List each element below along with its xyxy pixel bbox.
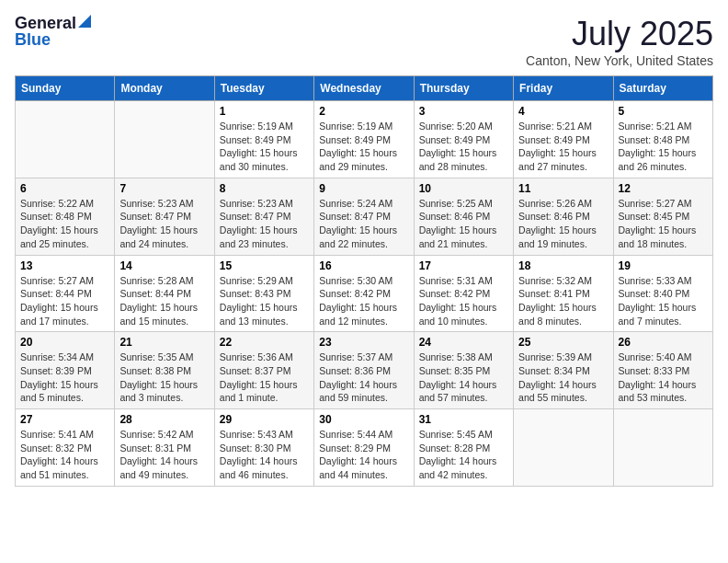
day-info: Sunrise: 5:24 AM Sunset: 8:47 PM Dayligh…	[319, 197, 408, 251]
day-info: Sunrise: 5:40 AM Sunset: 8:33 PM Dayligh…	[619, 350, 708, 405]
day-number: 2	[319, 105, 408, 118]
calendar-cell: 18Sunrise: 5:32 AM Sunset: 8:41 PM Dayli…	[514, 255, 613, 332]
calendar-cell	[115, 101, 214, 178]
day-number: 1	[220, 105, 309, 118]
day-number: 31	[419, 413, 508, 426]
calendar-week-row: 6Sunrise: 5:22 AM Sunset: 8:48 PM Daylig…	[16, 178, 713, 255]
day-number: 8	[220, 182, 309, 195]
calendar-cell: 5Sunrise: 5:21 AM Sunset: 8:48 PM Daylig…	[613, 101, 712, 178]
calendar-week-row: 1Sunrise: 5:19 AM Sunset: 8:49 PM Daylig…	[16, 101, 713, 178]
day-number: 6	[20, 182, 109, 195]
calendar-cell: 29Sunrise: 5:43 AM Sunset: 8:30 PM Dayli…	[214, 409, 313, 487]
calendar-header-tuesday: Tuesday	[214, 76, 313, 101]
calendar-cell: 11Sunrise: 5:26 AM Sunset: 8:46 PM Dayli…	[514, 178, 613, 255]
day-number: 18	[518, 259, 608, 272]
day-number: 24	[419, 336, 508, 349]
calendar-header-thursday: Thursday	[414, 76, 513, 101]
day-info: Sunrise: 5:44 AM Sunset: 8:29 PM Dayligh…	[319, 428, 408, 482]
day-info: Sunrise: 5:27 AM Sunset: 8:45 PM Dayligh…	[619, 197, 708, 251]
day-number: 27	[20, 413, 109, 426]
calendar-cell: 14Sunrise: 5:28 AM Sunset: 8:44 PM Dayli…	[115, 255, 214, 332]
day-info: Sunrise: 5:41 AM Sunset: 8:32 PM Dayligh…	[20, 428, 109, 482]
day-info: Sunrise: 5:19 AM Sunset: 8:49 PM Dayligh…	[220, 120, 309, 174]
logo: General Blue	[15, 15, 91, 48]
day-number: 10	[419, 182, 508, 195]
calendar-week-row: 13Sunrise: 5:27 AM Sunset: 8:44 PM Dayli…	[16, 255, 713, 332]
calendar-cell: 12Sunrise: 5:27 AM Sunset: 8:45 PM Dayli…	[613, 178, 712, 255]
day-info: Sunrise: 5:26 AM Sunset: 8:46 PM Dayligh…	[518, 197, 608, 251]
day-number: 12	[619, 182, 708, 195]
calendar-week-row: 27Sunrise: 5:41 AM Sunset: 8:32 PM Dayli…	[16, 409, 713, 487]
calendar-header-wednesday: Wednesday	[314, 76, 414, 101]
day-info: Sunrise: 5:42 AM Sunset: 8:31 PM Dayligh…	[119, 428, 209, 482]
calendar-header-row: SundayMondayTuesdayWednesdayThursdayFrid…	[16, 76, 713, 101]
day-number: 26	[619, 336, 708, 349]
calendar-cell: 4Sunrise: 5:21 AM Sunset: 8:49 PM Daylig…	[514, 101, 613, 178]
calendar-cell: 2Sunrise: 5:19 AM Sunset: 8:49 PM Daylig…	[314, 101, 414, 178]
day-number: 30	[319, 413, 408, 426]
location-subtitle: Canton, New York, United States	[526, 53, 713, 68]
day-info: Sunrise: 5:45 AM Sunset: 8:28 PM Dayligh…	[419, 428, 508, 482]
day-info: Sunrise: 5:30 AM Sunset: 8:42 PM Dayligh…	[319, 274, 408, 328]
day-number: 14	[119, 259, 209, 272]
title-block: July 2025 Canton, New York, United State…	[526, 15, 713, 68]
calendar-cell: 31Sunrise: 5:45 AM Sunset: 8:28 PM Dayli…	[414, 409, 513, 487]
day-info: Sunrise: 5:37 AM Sunset: 8:36 PM Dayligh…	[319, 350, 408, 405]
day-info: Sunrise: 5:39 AM Sunset: 8:34 PM Dayligh…	[518, 350, 608, 405]
calendar-cell: 27Sunrise: 5:41 AM Sunset: 8:32 PM Dayli…	[16, 409, 115, 487]
day-info: Sunrise: 5:21 AM Sunset: 8:49 PM Dayligh…	[518, 120, 608, 174]
calendar-cell: 21Sunrise: 5:35 AM Sunset: 8:38 PM Dayli…	[115, 332, 214, 409]
calendar-cell: 25Sunrise: 5:39 AM Sunset: 8:34 PM Dayli…	[514, 332, 613, 409]
calendar-cell: 13Sunrise: 5:27 AM Sunset: 8:44 PM Dayli…	[16, 255, 115, 332]
day-info: Sunrise: 5:23 AM Sunset: 8:47 PM Dayligh…	[119, 197, 209, 251]
day-info: Sunrise: 5:20 AM Sunset: 8:49 PM Dayligh…	[419, 120, 508, 174]
calendar-header-sunday: Sunday	[16, 76, 115, 101]
day-number: 9	[319, 182, 408, 195]
day-info: Sunrise: 5:33 AM Sunset: 8:40 PM Dayligh…	[619, 274, 708, 328]
day-number: 16	[319, 259, 408, 272]
svg-marker-0	[78, 15, 91, 28]
calendar-cell: 15Sunrise: 5:29 AM Sunset: 8:43 PM Dayli…	[214, 255, 313, 332]
day-number: 20	[20, 336, 109, 349]
calendar-cell: 17Sunrise: 5:31 AM Sunset: 8:42 PM Dayli…	[414, 255, 513, 332]
day-number: 25	[518, 336, 608, 349]
day-number: 5	[619, 105, 708, 118]
calendar-cell: 7Sunrise: 5:23 AM Sunset: 8:47 PM Daylig…	[115, 178, 214, 255]
day-info: Sunrise: 5:31 AM Sunset: 8:42 PM Dayligh…	[419, 274, 508, 328]
day-info: Sunrise: 5:23 AM Sunset: 8:47 PM Dayligh…	[220, 197, 309, 251]
day-info: Sunrise: 5:28 AM Sunset: 8:44 PM Dayligh…	[119, 274, 209, 328]
calendar-cell: 22Sunrise: 5:36 AM Sunset: 8:37 PM Dayli…	[214, 332, 313, 409]
calendar-cell: 3Sunrise: 5:20 AM Sunset: 8:49 PM Daylig…	[414, 101, 513, 178]
day-number: 15	[220, 259, 309, 272]
calendar-header-saturday: Saturday	[613, 76, 712, 101]
calendar-cell	[16, 101, 115, 178]
calendar-cell: 30Sunrise: 5:44 AM Sunset: 8:29 PM Dayli…	[314, 409, 414, 487]
calendar-week-row: 20Sunrise: 5:34 AM Sunset: 8:39 PM Dayli…	[16, 332, 713, 409]
day-number: 29	[220, 413, 309, 426]
day-info: Sunrise: 5:32 AM Sunset: 8:41 PM Dayligh…	[518, 274, 608, 328]
calendar-cell: 24Sunrise: 5:38 AM Sunset: 8:35 PM Dayli…	[414, 332, 513, 409]
day-number: 13	[20, 259, 109, 272]
day-number: 22	[220, 336, 309, 349]
day-number: 17	[419, 259, 508, 272]
calendar-cell: 16Sunrise: 5:30 AM Sunset: 8:42 PM Dayli…	[314, 255, 414, 332]
day-info: Sunrise: 5:27 AM Sunset: 8:44 PM Dayligh…	[20, 274, 109, 328]
day-info: Sunrise: 5:29 AM Sunset: 8:43 PM Dayligh…	[220, 274, 309, 328]
logo-general-text: General	[15, 15, 76, 31]
day-info: Sunrise: 5:21 AM Sunset: 8:48 PM Dayligh…	[619, 120, 708, 174]
month-title: July 2025	[526, 15, 713, 53]
calendar-table: SundayMondayTuesdayWednesdayThursdayFrid…	[15, 75, 713, 487]
logo-blue-text: Blue	[15, 31, 51, 48]
day-number: 28	[119, 413, 209, 426]
calendar-cell: 19Sunrise: 5:33 AM Sunset: 8:40 PM Dayli…	[613, 255, 712, 332]
calendar-cell: 10Sunrise: 5:25 AM Sunset: 8:46 PM Dayli…	[414, 178, 513, 255]
calendar-cell	[613, 409, 712, 487]
page-header: General Blue July 2025 Canton, New York,…	[15, 15, 713, 68]
day-info: Sunrise: 5:22 AM Sunset: 8:48 PM Dayligh…	[20, 197, 109, 251]
day-number: 11	[518, 182, 608, 195]
calendar-cell: 9Sunrise: 5:24 AM Sunset: 8:47 PM Daylig…	[314, 178, 414, 255]
day-info: Sunrise: 5:36 AM Sunset: 8:37 PM Dayligh…	[220, 350, 309, 405]
calendar-cell	[514, 409, 613, 487]
day-number: 7	[119, 182, 209, 195]
calendar-header-monday: Monday	[115, 76, 214, 101]
